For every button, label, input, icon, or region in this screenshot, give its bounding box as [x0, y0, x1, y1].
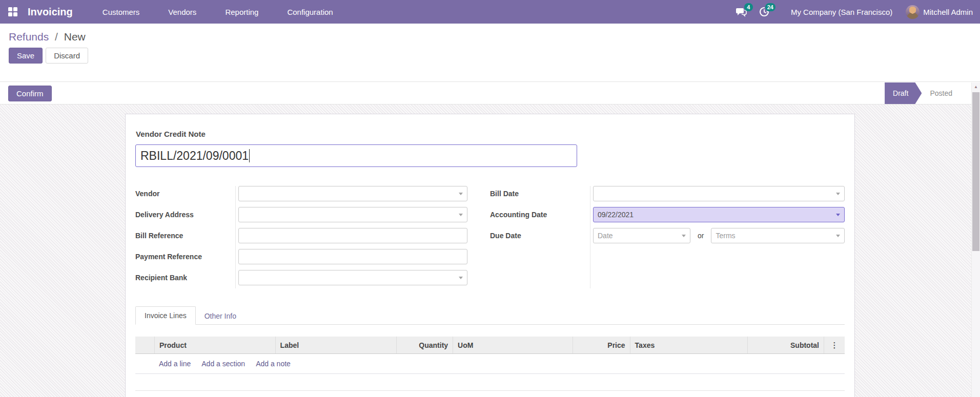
bill-date-field[interactable]	[593, 186, 845, 201]
add-a-section-link[interactable]: Add a section	[201, 360, 245, 368]
status-steps: Draft Posted	[885, 82, 961, 104]
col-price[interactable]: Price	[573, 337, 630, 353]
breadcrumb-current: New	[64, 31, 86, 43]
payment-reference-label: Payment Reference	[135, 249, 235, 264]
control-panel: Refunds / New Save Discard	[0, 24, 980, 82]
screen: Invoicing Customers Vendors Reporting Co…	[0, 0, 980, 82]
field-groups: Vendor Delivery Address	[135, 186, 845, 291]
handle-column	[135, 337, 155, 353]
confirm-button[interactable]: Confirm	[8, 86, 52, 101]
invoice-lines-table: Product Label Quantity UoM Price Taxes S…	[135, 337, 845, 374]
chevron-down-icon	[836, 214, 840, 216]
col-uom[interactable]: UoM	[453, 337, 573, 353]
user-name: Mitchell Admin	[923, 8, 973, 16]
app-name[interactable]: Invoicing	[26, 6, 77, 18]
activities-badge: 24	[765, 3, 775, 11]
apps-grid-icon	[8, 7, 17, 16]
delivery-address-field[interactable]	[238, 207, 467, 222]
main-menu: Customers Vendors Reporting Configuratio…	[88, 0, 348, 24]
optional-columns-button[interactable]: ⋮	[824, 337, 845, 353]
messages-button[interactable]: 4	[730, 0, 753, 24]
col-subtotal[interactable]: Subtotal	[748, 337, 824, 353]
vendor-field[interactable]	[238, 186, 467, 201]
chevron-down-icon	[459, 277, 463, 279]
messages-badge: 4	[744, 3, 753, 11]
due-date-label: Due Date	[490, 228, 590, 243]
chevron-down-icon	[836, 193, 840, 195]
payment-reference-field[interactable]	[238, 249, 467, 264]
table-add-row: Add a line Add a section Add a note	[135, 354, 845, 374]
form-view: Confirm Draft Posted Vendor Credit Note …	[0, 82, 980, 397]
chevron-down-icon	[459, 214, 463, 216]
payment-terms-field[interactable]: Terms	[711, 228, 845, 243]
vendor-credit-note-input[interactable]: RBILL/2021/09/0001	[135, 144, 577, 167]
recipient-bank-field[interactable]	[238, 270, 467, 285]
notebook-tabs: Invoice Lines Other Info	[135, 306, 845, 325]
kebab-icon: ⋮	[831, 341, 839, 350]
accounting-date-field[interactable]: 09/22/2021	[593, 207, 845, 222]
navbar-left: Invoicing Customers Vendors Reporting Co…	[0, 0, 348, 24]
bill-reference-label: Bill Reference	[135, 228, 235, 243]
chevron-down-icon	[459, 193, 463, 195]
add-a-line-link[interactable]: Add a line	[159, 360, 191, 368]
tab-other-info[interactable]: Other Info	[196, 307, 245, 325]
scroll-up-arrow[interactable]: ▲	[972, 82, 980, 91]
bill-reference-field[interactable]	[238, 228, 467, 243]
company-switcher[interactable]: My Company (San Francisco)	[775, 8, 906, 16]
chevron-down-icon	[682, 235, 686, 237]
col-label[interactable]: Label	[276, 337, 397, 353]
reference-value: RBILL/2021/09/0001	[140, 149, 249, 163]
vertical-scrollbar[interactable]: ▲	[971, 82, 980, 397]
or-label: or	[698, 232, 704, 240]
user-menu[interactable]: Mitchell Admin	[906, 5, 973, 19]
breadcrumb: Refunds / New	[9, 31, 980, 43]
breadcrumb-separator: /	[55, 31, 58, 43]
tab-invoice-lines[interactable]: Invoice Lines	[135, 306, 196, 325]
discard-button[interactable]: Discard	[46, 48, 88, 64]
statusbar: Confirm Draft Posted	[0, 82, 980, 105]
apps-menu-button[interactable]	[0, 0, 26, 24]
vendor-label: Vendor	[135, 186, 235, 201]
sheet-background: Vendor Credit Note RBILL/2021/09/0001 Ve…	[0, 105, 980, 397]
save-button[interactable]: Save	[9, 48, 43, 64]
terms-placeholder: Terms	[716, 232, 836, 240]
avatar	[906, 5, 920, 19]
due-date-placeholder: Date	[598, 232, 682, 240]
control-panel-buttons: Save Discard	[9, 48, 980, 64]
menu-customers[interactable]: Customers	[88, 0, 154, 24]
status-posted[interactable]: Posted	[922, 82, 961, 104]
text-cursor	[249, 149, 250, 162]
col-quantity[interactable]: Quantity	[397, 337, 453, 353]
menu-vendors[interactable]: Vendors	[154, 0, 211, 24]
left-field-group: Vendor Delivery Address	[135, 186, 467, 291]
due-date-row: Date or Terms	[593, 228, 845, 243]
menu-reporting[interactable]: Reporting	[211, 0, 273, 24]
totals-section-divider	[135, 390, 845, 397]
accounting-date-value: 09/22/2021	[598, 211, 836, 219]
scrollbar-thumb[interactable]	[972, 92, 979, 251]
delivery-address-label: Delivery Address	[135, 207, 235, 222]
menu-configuration[interactable]: Configuration	[273, 0, 347, 24]
col-taxes[interactable]: Taxes	[630, 337, 748, 353]
chevron-down-icon	[836, 235, 840, 237]
due-date-field[interactable]: Date	[593, 228, 690, 243]
status-draft[interactable]: Draft	[885, 82, 922, 104]
form-sheet: Vendor Credit Note RBILL/2021/09/0001 Ve…	[125, 114, 855, 397]
top-navbar: Invoicing Customers Vendors Reporting Co…	[0, 0, 980, 24]
add-a-note-link[interactable]: Add a note	[256, 360, 291, 368]
accounting-date-label: Accounting Date	[490, 207, 590, 222]
vendor-credit-note-label: Vendor Credit Note	[136, 130, 845, 138]
recipient-bank-label: Recipient Bank	[135, 270, 235, 285]
activities-button[interactable]: 24	[753, 0, 775, 24]
breadcrumb-refunds[interactable]: Refunds	[9, 31, 49, 43]
table-header-row: Product Label Quantity UoM Price Taxes S…	[135, 337, 845, 354]
navbar-systray: 4 24 My Company (San Francisco) Mitchell…	[730, 0, 980, 24]
col-product[interactable]: Product	[155, 337, 276, 353]
right-field-group: Bill Date Accounting Date	[490, 186, 845, 291]
bill-date-label: Bill Date	[490, 186, 590, 201]
